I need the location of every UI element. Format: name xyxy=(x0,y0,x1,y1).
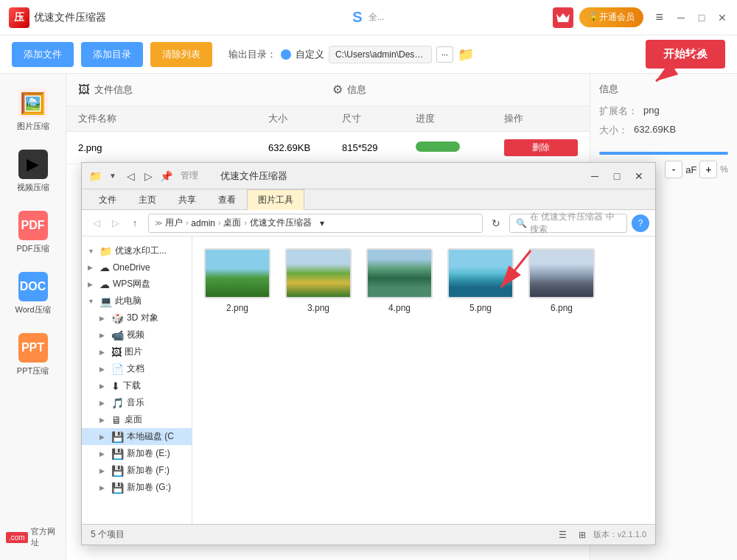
drive-f-icon: 💾 xyxy=(111,465,124,477)
thumb-img-2 xyxy=(204,248,270,298)
grid-view-button[interactable]: ⊞ xyxy=(574,527,590,543)
menu-icon[interactable]: ≡ xyxy=(649,7,669,28)
pdf-compress-label: PDF压缩 xyxy=(17,243,49,254)
addr-admin: admin xyxy=(191,218,215,228)
minimize-button[interactable]: ─ xyxy=(675,12,687,24)
tree-thispc[interactable]: ▼ 💻 此电脑 xyxy=(82,293,192,309)
sidebar-item-word[interactable]: DOC Word压缩 xyxy=(0,263,66,324)
expand-icon: ▶ xyxy=(99,315,108,322)
explorer-statusbar: 5 个项目 ☰ ⊞ 版本：v2.1.1.0 xyxy=(82,524,655,545)
close-button[interactable]: ✕ xyxy=(716,12,728,24)
tab-view[interactable]: 查看 xyxy=(207,189,247,210)
tree-downloads[interactable]: ▶ ⬇ 下载 xyxy=(82,377,192,394)
sidebar-item-ppt[interactable]: PPT PPT压缩 xyxy=(0,324,66,385)
explorer-close-button[interactable]: ✕ xyxy=(629,166,649,186)
thumbnail-river xyxy=(368,250,431,297)
expand-icon: ▼ xyxy=(88,248,97,255)
tab-share[interactable]: 共享 xyxy=(167,189,207,210)
tree-drive-g[interactable]: ▶ 💾 新加卷 (G:) xyxy=(82,479,192,496)
size-value: 632.69KB xyxy=(634,124,676,137)
forward-button[interactable]: ▷ xyxy=(107,214,125,232)
delete-button[interactable]: 删除 xyxy=(504,139,578,156)
sidebar-item-image[interactable]: 🖼️ 图片压缩 xyxy=(0,80,66,141)
up-button[interactable]: ↑ xyxy=(126,214,144,232)
drive-g-icon: 💾 xyxy=(111,482,124,494)
downloads-icon: ⬇ xyxy=(111,380,120,392)
custom-radio[interactable] xyxy=(281,49,291,60)
file-info-title: 文件信息 xyxy=(94,83,133,97)
add-file-button[interactable]: 添加文件 xyxy=(12,42,74,67)
tab-home[interactable]: 主页 xyxy=(128,189,167,210)
addr-dropdown-button[interactable]: ▾ xyxy=(315,216,329,231)
status-text: 5 个项目 xyxy=(91,528,125,541)
version-text: 版本：v2.1.1.0 xyxy=(593,529,646,540)
table-row: 2.png 632.69KB 815*529 删除 xyxy=(66,132,590,164)
tree-video[interactable]: ▶ 📹 视频 xyxy=(82,326,192,343)
expand-icon: ▶ xyxy=(99,433,108,441)
explorer-forward-icon[interactable]: ▷ xyxy=(141,169,156,183)
file-name: 2.png xyxy=(78,142,268,153)
addr-sep1: ≫ xyxy=(155,219,162,227)
start-convert-button[interactable]: 开始转换 xyxy=(646,40,725,69)
tree-documents[interactable]: ▶ 📄 文档 xyxy=(82,360,192,377)
addr-desktop: 桌面 xyxy=(223,217,241,229)
tree-onedrive-label: OneDrive xyxy=(113,262,150,273)
refresh-button[interactable]: ↻ xyxy=(487,214,505,232)
video-compress-label: 视频压缩 xyxy=(17,182,49,193)
nav-buttons: ◁ ▷ ↑ xyxy=(88,214,144,232)
tree-quickaccess[interactable]: ▼ 📁 优速水印工... xyxy=(82,242,192,259)
addr-sep3: › xyxy=(218,219,220,227)
maximize-button[interactable]: □ xyxy=(696,12,708,24)
vip-button[interactable]: 🔓开通会员 xyxy=(579,7,643,27)
official-link[interactable]: 官方网址 xyxy=(31,526,60,548)
documents-icon: 📄 xyxy=(111,363,124,375)
tree-wps[interactable]: ▶ ☁ WPS网盘 xyxy=(82,276,192,293)
sidebar-item-video[interactable]: ▶ 视频压缩 xyxy=(0,141,66,202)
quality-minus-button[interactable]: - xyxy=(665,161,682,178)
file-dimensions: 815*529 xyxy=(342,142,416,153)
file-thumb-4[interactable]: 4.png xyxy=(366,248,433,313)
quality-value: aF xyxy=(685,164,696,175)
tree-3d[interactable]: ▶ 🎲 3D 对象 xyxy=(82,309,192,326)
add-dir-button[interactable]: 添加目录 xyxy=(81,42,143,67)
info-header: ⚙ 信息 xyxy=(332,83,366,97)
address-bar[interactable]: ≫ 用户 › admin › 桌面 › 优速文件压缩器 ▾ xyxy=(148,214,483,233)
expand-icon: ▶ xyxy=(99,332,108,339)
tab-picture-tools[interactable]: 图片工具 xyxy=(247,189,304,210)
tree-onedrive[interactable]: ▶ ☁ OneDrive xyxy=(82,259,192,276)
thumb-img-4 xyxy=(366,248,433,298)
dots-button[interactable]: ··· xyxy=(436,46,453,63)
folder-button[interactable]: 📁 xyxy=(458,46,474,63)
quality-slider[interactable] xyxy=(599,152,728,155)
tree-local-c[interactable]: ▶ 💾 本地磁盘 (C xyxy=(82,428,192,445)
back-button[interactable]: ◁ xyxy=(88,214,105,232)
col-action: 操作 xyxy=(504,112,578,125)
output-section: 输出目录： 自定义 C:\Users\admin\Deskto ··· 📁 xyxy=(228,46,474,63)
sidebar-item-pdf[interactable]: PDF PDF压缩 xyxy=(0,202,66,263)
file-thumb-6[interactable]: 6.png xyxy=(528,248,595,313)
expand-icon: ▶ xyxy=(99,382,108,390)
tab-file[interactable]: 文件 xyxy=(88,189,128,210)
quality-plus-button[interactable]: + xyxy=(699,161,717,178)
tree-desktop[interactable]: ▶ 🖥 桌面 xyxy=(82,411,192,428)
thumb-name-3: 3.png xyxy=(307,303,329,313)
clear-list-button[interactable]: 清除列表 xyxy=(150,42,212,67)
explorer-minimize-button[interactable]: ─ xyxy=(584,166,605,186)
file-thumb-5[interactable]: 5.png xyxy=(447,248,514,313)
explorer-maximize-button[interactable]: □ xyxy=(607,166,627,186)
file-thumb-2[interactable]: 2.png xyxy=(204,248,270,313)
title-bar-center: S 全... xyxy=(352,9,384,26)
tree-drive-e[interactable]: ▶ 💾 新加卷 (E:) xyxy=(82,445,192,462)
help-button[interactable]: ? xyxy=(632,214,649,232)
ext-label: 扩展名： xyxy=(599,105,638,118)
ppt-compress-label: PPT压缩 xyxy=(17,365,49,377)
tree-music[interactable]: ▶ 🎵 音乐 xyxy=(82,394,192,411)
tree-pictures[interactable]: ▶ 🖼 图片 xyxy=(82,343,192,360)
tree-drive-f[interactable]: ▶ 💾 新加卷 (F:) xyxy=(82,462,192,479)
file-thumb-3[interactable]: 3.png xyxy=(285,248,352,313)
search-box[interactable]: 🔍 在 优速文件压缩器 中搜索 xyxy=(509,214,627,233)
window-controls: ─ □ ✕ xyxy=(675,12,728,24)
explorer-back-icon[interactable]: ◁ xyxy=(123,169,138,183)
logo-icon: 压 xyxy=(9,7,29,28)
list-view-button[interactable]: ☰ xyxy=(555,527,571,543)
